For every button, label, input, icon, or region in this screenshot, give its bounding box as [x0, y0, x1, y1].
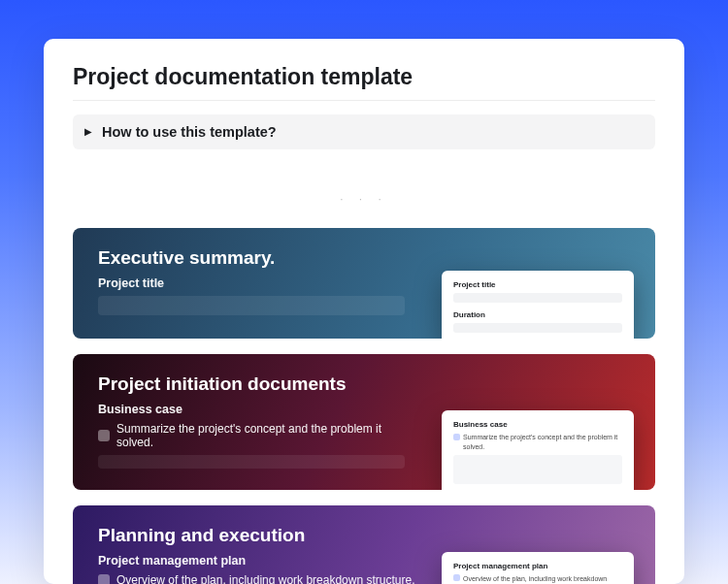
- input-placeholder-bar: [98, 296, 405, 315]
- card-title: Planning and execution: [98, 525, 418, 546]
- document-container: Project documentation template ▶ How to …: [44, 39, 684, 584]
- checkbox-icon: [98, 574, 110, 584]
- howto-label: How to use this template?: [102, 124, 277, 140]
- card-mini-preview: Business case Summarize the project's co…: [442, 410, 634, 490]
- input-placeholder-bar: [98, 455, 405, 469]
- mini-heading: Project management plan: [453, 562, 622, 570]
- mini-heading: Business case: [453, 420, 622, 429]
- card-mini-preview: Project title Duration: [442, 271, 634, 339]
- mini-line: Summarize the project's concept and the …: [453, 433, 622, 451]
- chevron-right-icon: ▶: [84, 127, 92, 137]
- mini-checkbox-icon: [453, 434, 460, 440]
- page-title: Project documentation template: [73, 64, 655, 101]
- card-planning-execution[interactable]: Planning and execution Project managemen…: [73, 505, 655, 584]
- howto-toggle[interactable]: ▶ How to use this template?: [73, 114, 655, 149]
- card-mini-preview: Project management plan Overview of the …: [442, 552, 634, 584]
- card-bullet-text: Overview of the plan, including work bre…: [116, 573, 414, 584]
- mini-checkbox-icon: [453, 574, 460, 581]
- card-subtitle: Project title: [98, 276, 418, 290]
- card-subtitle: Project management plan: [98, 554, 418, 568]
- card-project-initiation[interactable]: Project initiation documents Business ca…: [73, 354, 655, 490]
- mini-field-bar: [453, 293, 622, 303]
- cards-list: Executive summary. Project title Project…: [73, 228, 655, 584]
- mini-heading: Duration: [453, 310, 622, 319]
- card-subtitle: Business case: [98, 403, 418, 416]
- mini-line: Overview of the plan, including work bre…: [453, 574, 622, 584]
- mini-heading: Project title: [453, 280, 622, 289]
- card-bullet-row: Summarize the project's concept and the …: [98, 422, 418, 449]
- card-title: Executive summary.: [98, 247, 418, 269]
- card-bullet-text: Summarize the project's concept and the …: [116, 422, 418, 449]
- mini-field-bar: [453, 455, 622, 484]
- checkbox-icon: [98, 430, 110, 441]
- card-bullet-row: Overview of the plan, including work bre…: [98, 573, 418, 584]
- mini-field-bar: [453, 323, 622, 333]
- card-title: Project initiation documents: [98, 373, 418, 395]
- section-separator: · · ·: [73, 194, 655, 205]
- card-executive-summary[interactable]: Executive summary. Project title Project…: [73, 228, 655, 339]
